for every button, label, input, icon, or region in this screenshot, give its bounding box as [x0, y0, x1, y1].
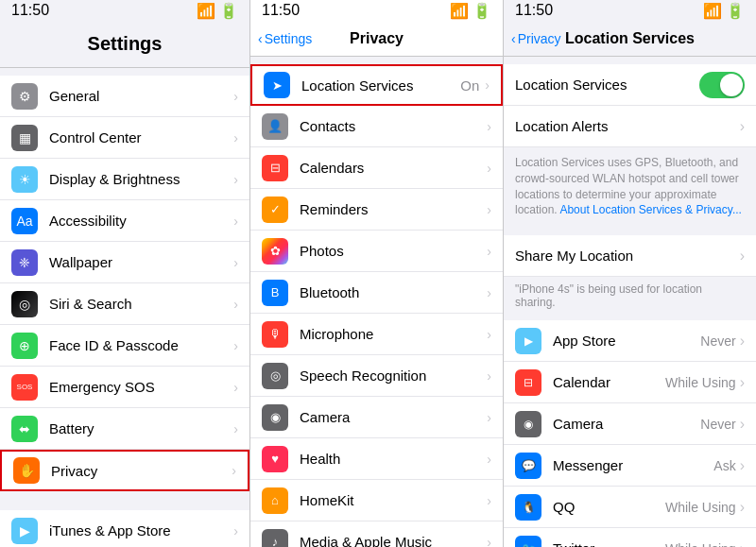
privacy-label: Privacy: [51, 463, 230, 479]
panel2-title: Privacy: [350, 30, 404, 47]
camera-p3-chevron: [740, 416, 745, 433]
settings-item-general[interactable]: ⚙General: [0, 76, 249, 117]
sos-icon: SOS: [11, 374, 38, 401]
privacy-items: ➤Location ServicesOn👤Contacts⊟Calendars✓…: [250, 64, 503, 547]
health-p2-icon: ♥: [262, 446, 288, 472]
app-row-camera[interactable]: ◉CameraNever: [504, 403, 756, 445]
app-row-appstore[interactable]: ▶App StoreNever: [504, 320, 756, 362]
privacy-item-calendars[interactable]: ⊟Calendars: [250, 147, 503, 189]
settings-section-1: ⚙General▦Control Center☀Display & Bright…: [0, 76, 249, 491]
app-row-twitter[interactable]: 🐦TwitterWhile Using: [504, 528, 756, 547]
battery-icon: ⬌: [11, 416, 38, 442]
settings-item-itunes[interactable]: ▶iTunes & App Store: [0, 510, 249, 547]
appstore-p3-value: Never: [700, 333, 735, 349]
messenger-p3-value: Ask: [713, 458, 735, 473]
chevron-share: [740, 248, 745, 265]
homekit-p2-icon: ⌂: [262, 487, 288, 514]
reminders-p2-chevron: [487, 202, 491, 217]
privacy-item-photos[interactable]: ✿Photos: [250, 231, 503, 272]
contacts-p2-label: Contacts: [300, 118, 485, 134]
privacy-item-speech[interactable]: ◎Speech Recognition: [250, 355, 503, 397]
settings-item-privacy[interactable]: ✋Privacy: [0, 450, 249, 491]
twitter-p3-label: Twitter: [553, 540, 665, 547]
itunes-label: iTunes & App Store: [49, 522, 232, 538]
location-alerts-label: Location Alerts: [515, 118, 740, 134]
bluetooth-p2-chevron: [487, 285, 491, 300]
settings-item-display[interactable]: ☀Display & Brightness: [0, 159, 249, 200]
share-location-row[interactable]: Share My Location: [504, 235, 756, 277]
settings-item-accessibility[interactable]: AaAccessibility: [0, 200, 249, 242]
qq-p3-icon: 🐧: [515, 494, 541, 521]
status-bar-1: 11:50 📶 🔋: [0, 0, 249, 21]
settings-item-wallpaper[interactable]: ❈Wallpaper: [0, 242, 249, 283]
app-row-calendar[interactable]: ⊟CalendarWhile Using: [504, 362, 756, 403]
settings-item-sos[interactable]: SOSEmergency SOS: [0, 367, 249, 408]
general-icon: ⚙: [11, 83, 38, 110]
homekit-p2-chevron: [487, 493, 491, 508]
location-info-link[interactable]: About Location Services & Privacy...: [559, 203, 742, 216]
privacy-icon: ✋: [13, 457, 40, 484]
settings-item-faceid[interactable]: ⊕Face ID & Passcode: [0, 325, 249, 367]
twitter-p3-value: While Using: [665, 541, 736, 547]
back-chevron-3: ‹: [511, 31, 516, 46]
control-center-icon: ▦: [11, 125, 38, 151]
calendars-p2-chevron: [487, 161, 491, 176]
settings-item-control-center[interactable]: ▦Control Center: [0, 117, 249, 159]
qq-p3-label: QQ: [553, 499, 665, 515]
panel2-header: ‹ Settings Privacy: [250, 21, 503, 57]
privacy-item-microphone[interactable]: 🎙Microphone: [250, 314, 503, 355]
privacy-item-bluetooth[interactable]: BBluetooth: [250, 272, 503, 314]
contacts-p2-chevron: [487, 119, 491, 134]
app-row-qq[interactable]: 🐧QQWhile Using: [504, 487, 756, 528]
photos-p2-icon: ✿: [262, 238, 288, 265]
battery-chevron: [233, 421, 238, 436]
privacy-item-reminders[interactable]: ✓Reminders: [250, 189, 503, 231]
toggle-knob: [720, 74, 743, 96]
location-p2-icon: ➤: [264, 72, 290, 98]
camera-p3-value: Never: [700, 417, 735, 432]
panel1-header: Settings: [0, 21, 249, 68]
messenger-p3-label: Messenger: [553, 457, 713, 473]
reminders-p2-label: Reminders: [300, 201, 485, 217]
siri-chevron: [233, 297, 238, 312]
camera-p3-icon: ◉: [515, 411, 541, 437]
microphone-p2-label: Microphone: [300, 326, 485, 342]
privacy-item-media[interactable]: ♪Media & Apple Music: [250, 521, 503, 547]
app-row-messenger[interactable]: 💬MessengerAsk: [504, 445, 756, 487]
status-bar-3: 11:50 📶 🔋: [504, 0, 756, 21]
faceid-icon: ⊕: [11, 333, 38, 359]
media-p2-label: Media & Apple Music: [300, 534, 485, 547]
wallpaper-chevron: [233, 255, 238, 270]
camera-p2-chevron: [487, 410, 491, 425]
privacy-item-homekit[interactable]: ⌂HomeKit: [250, 480, 503, 521]
reminders-p2-icon: ✓: [262, 197, 288, 223]
privacy-item-camera[interactable]: ◉Camera: [250, 397, 503, 438]
privacy-chevron: [232, 463, 236, 478]
privacy-item-health[interactable]: ♥Health: [250, 438, 503, 480]
settings-item-battery[interactable]: ⬌Battery: [0, 408, 249, 450]
share-location-label: Share My Location: [515, 248, 740, 264]
privacy-panel: 11:50 📶 🔋 ‹ Settings Privacy ➤Location S…: [250, 0, 504, 547]
privacy-item-location[interactable]: ➤Location ServicesOn: [250, 64, 503, 106]
calendar-p3-icon: ⊟: [515, 369, 541, 396]
settings-section-2: ▶iTunes & App Store⬡Wallet & Apple Pay: [0, 510, 249, 547]
panel3-title: Location Services: [565, 30, 695, 47]
wallpaper-icon: ❈: [11, 249, 38, 276]
location-alerts-row[interactable]: Location Alerts: [504, 106, 756, 147]
accessibility-label: Accessibility: [49, 213, 232, 229]
privacy-item-contacts[interactable]: 👤Contacts: [250, 106, 503, 147]
status-icons-1: 📶 🔋: [197, 2, 238, 20]
settings-item-siri[interactable]: ◎Siri & Search: [0, 283, 249, 325]
media-p2-chevron: [487, 535, 491, 548]
back-to-settings[interactable]: ‹ Settings: [258, 31, 312, 46]
health-p2-chevron: [487, 452, 491, 467]
back-to-privacy[interactable]: ‹ Privacy: [511, 31, 561, 46]
location-toggle[interactable]: [699, 72, 745, 98]
location-services-row[interactable]: Location Services: [504, 64, 756, 106]
status-bar-2: 11:50 📶 🔋: [250, 0, 503, 21]
health-p2-label: Health: [300, 451, 485, 467]
camera-p2-label: Camera: [300, 409, 485, 425]
accessibility-chevron: [233, 214, 238, 229]
calendars-p2-label: Calendars: [300, 160, 485, 176]
time-1: 11:50: [11, 2, 49, 19]
